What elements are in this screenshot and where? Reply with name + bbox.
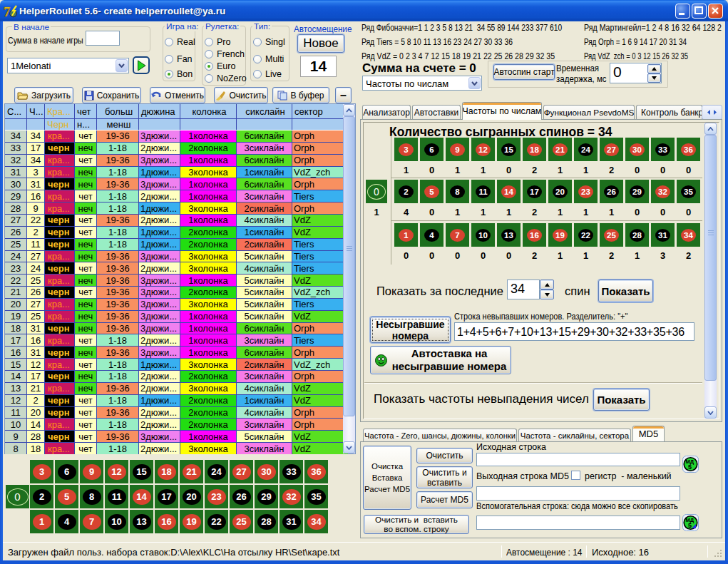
svg-text:5: 5 — [688, 522, 692, 529]
svg-text:7: 7 — [4, 4, 11, 19]
svg-text:5: 5 — [688, 463, 692, 471]
